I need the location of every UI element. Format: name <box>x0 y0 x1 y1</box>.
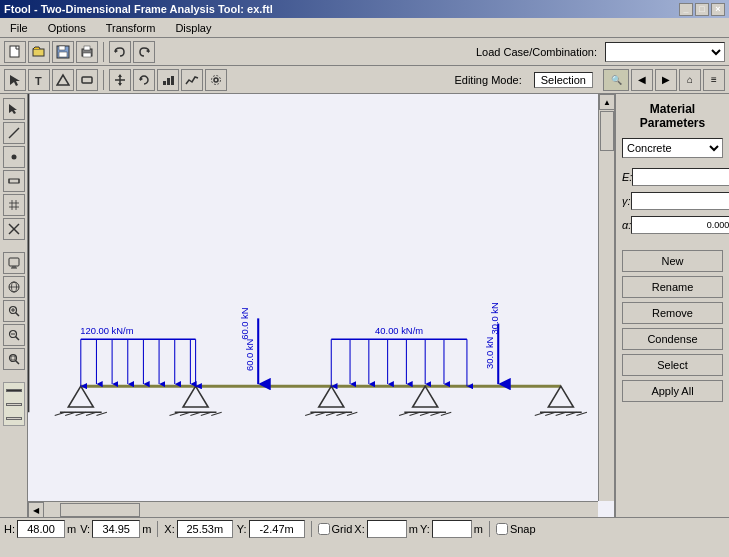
rotate-button[interactable] <box>133 69 155 91</box>
point-tool[interactable] <box>3 146 25 168</box>
grid-y-label: Y: <box>420 523 430 535</box>
zoom-in-button[interactable]: 🔍 <box>603 69 629 91</box>
svg-text:120.00 kN/m: 120.00 kN/m <box>80 325 133 336</box>
triangle-tool-button[interactable] <box>52 69 74 91</box>
canvas-area[interactable]: 120.00 kN/m 60.0 kN 40.00 kN/m 30.0 kN 6… <box>28 94 614 517</box>
snap-field: Snap <box>496 523 536 535</box>
app-title: Ftool - Two-Dimensional Frame Analysis T… <box>4 3 273 15</box>
svg-rect-50 <box>11 356 15 360</box>
save-button[interactable] <box>52 41 74 63</box>
svg-point-20 <box>214 78 218 82</box>
new-material-button[interactable]: New <box>622 250 723 272</box>
svg-text:30.0 kN: 30.0 kN <box>489 302 500 334</box>
svg-text:30.0 kN: 30.0 kN <box>484 337 495 369</box>
grid-checkbox[interactable] <box>318 523 330 535</box>
y-input[interactable] <box>249 520 305 538</box>
v-label: V: <box>80 523 90 535</box>
h-input[interactable] <box>17 520 65 538</box>
param-input-alpha[interactable] <box>631 216 729 234</box>
x-input[interactable] <box>177 520 233 538</box>
svg-rect-3 <box>59 46 65 50</box>
v-input[interactable] <box>92 520 140 538</box>
svg-line-42 <box>15 313 19 317</box>
new-button[interactable] <box>4 41 26 63</box>
menu-options[interactable]: Options <box>42 20 92 36</box>
svg-marker-22 <box>9 104 17 114</box>
snap-checkbox[interactable] <box>496 523 508 535</box>
vertical-scrollbar[interactable]: ▲ <box>598 94 614 501</box>
line-tool[interactable] <box>3 122 25 144</box>
y-label: Y: <box>237 523 247 535</box>
arrow-right-button[interactable]: ▶ <box>655 69 677 91</box>
remove-button[interactable]: Remove <box>622 302 723 324</box>
home-button[interactable]: ⌂ <box>679 69 701 91</box>
grid-tool[interactable] <box>3 194 25 216</box>
param-row-gamma: γ: kN/m³ <box>622 192 723 210</box>
grid-x-input[interactable] <box>367 520 407 538</box>
minimize-button[interactable]: _ <box>679 3 693 16</box>
param-input-gamma[interactable] <box>631 192 729 210</box>
material-select[interactable]: Concrete <box>622 138 723 158</box>
status-bar: H: m V: m X: Y: Grid X: m Y: m Snap <box>0 517 729 539</box>
svg-rect-18 <box>167 78 170 85</box>
zoom-fit-tool[interactable] <box>3 348 25 370</box>
svg-point-24 <box>11 155 16 160</box>
separator-1 <box>103 42 104 62</box>
scroll-thumb-h[interactable] <box>60 503 140 517</box>
svg-point-21 <box>212 75 221 84</box>
scroll-left-button[interactable]: ◀ <box>28 502 44 517</box>
close-button[interactable]: × <box>711 3 725 16</box>
status-separator-2 <box>311 521 312 537</box>
undo-button[interactable] <box>109 41 131 63</box>
cross-tool[interactable] <box>3 218 25 240</box>
cursor-tool[interactable] <box>3 98 25 120</box>
status-separator-3 <box>489 521 490 537</box>
zoom-out-tool[interactable] <box>3 324 25 346</box>
menu-transform[interactable]: Transform <box>100 20 162 36</box>
horizontal-scrollbar[interactable]: ◀ <box>28 501 598 517</box>
svg-text:60.0 kN: 60.0 kN <box>244 339 255 371</box>
extra-button[interactable]: ≡ <box>703 69 725 91</box>
menu-file[interactable]: File <box>4 20 34 36</box>
monitor-tool[interactable] <box>3 252 25 274</box>
scroll-thumb-v[interactable] <box>600 111 614 151</box>
grid-label: Grid <box>332 523 353 535</box>
settings-button[interactable] <box>205 69 227 91</box>
maximize-button[interactable]: □ <box>695 3 709 16</box>
svg-marker-12 <box>57 75 69 85</box>
svg-line-23 <box>9 128 19 138</box>
menu-display[interactable]: Display <box>169 20 217 36</box>
svg-point-48 <box>9 355 16 362</box>
graph-button[interactable] <box>181 69 203 91</box>
redo-button[interactable] <box>133 41 155 63</box>
open-button[interactable] <box>28 41 50 63</box>
svg-marker-10 <box>10 75 20 86</box>
grid-y-input[interactable] <box>432 520 472 538</box>
param-label-alpha: α: <box>622 219 631 231</box>
separator-2 <box>103 70 104 90</box>
select-button[interactable]: Select <box>622 354 723 376</box>
grid-unit-y: m <box>474 523 483 535</box>
zoom-in-tool[interactable] <box>3 300 25 322</box>
h-unit: m <box>67 523 76 535</box>
layer-tool[interactable] <box>3 382 25 426</box>
print-button[interactable] <box>76 41 98 63</box>
panel-title: MaterialParameters <box>622 102 723 130</box>
select-tool-button[interactable] <box>4 69 26 91</box>
arrow-left-button[interactable]: ◀ <box>631 69 653 91</box>
globe-tool[interactable] <box>3 276 25 298</box>
chart-button[interactable] <box>157 69 179 91</box>
param-label-gamma: γ: <box>622 195 631 207</box>
scroll-up-button[interactable]: ▲ <box>599 94 614 110</box>
apply-all-button[interactable]: Apply All <box>622 380 723 402</box>
condense-button[interactable]: Condense <box>622 328 723 350</box>
move-button[interactable] <box>109 69 131 91</box>
material-dropdown: Concrete <box>622 138 723 158</box>
frame-tool-button[interactable] <box>76 69 98 91</box>
svg-rect-25 <box>9 179 19 183</box>
load-case-select[interactable] <box>605 42 725 62</box>
text-tool-button[interactable]: T <box>28 69 50 91</box>
rename-button[interactable]: Rename <box>622 276 723 298</box>
measure-tool[interactable] <box>3 170 25 192</box>
param-input-E[interactable] <box>632 168 729 186</box>
